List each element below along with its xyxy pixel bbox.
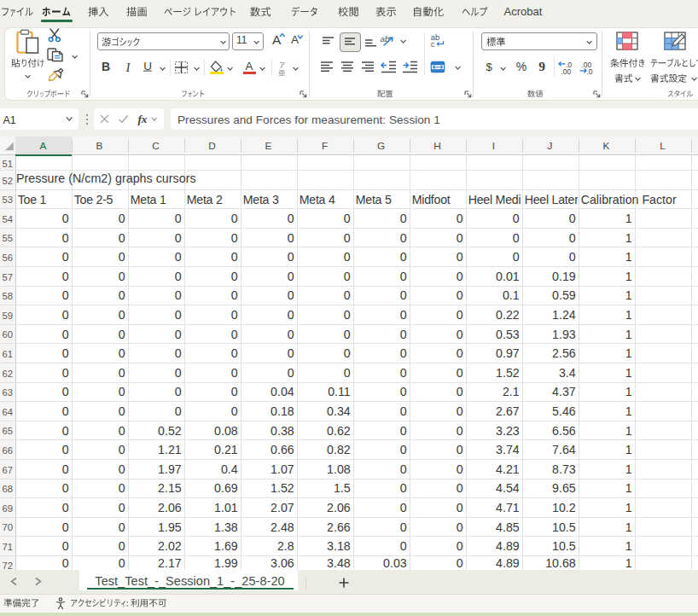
svg-text:.0: .0 [587, 67, 593, 75]
svg-text:.00: .00 [561, 67, 572, 75]
